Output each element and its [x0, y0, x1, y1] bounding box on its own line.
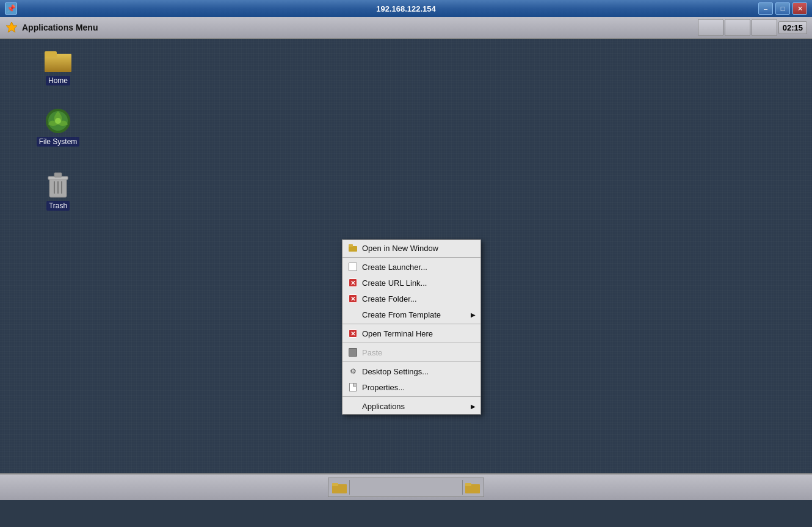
bottom-folder-right[interactable]	[464, 479, 481, 495]
desktop-icon-trash[interactable]: Trash	[34, 170, 82, 211]
create-launcher-icon	[347, 261, 358, 272]
desktop[interactable]: Home File System Trash	[0, 39, 812, 500]
taskbar-btn-1[interactable]	[698, 19, 723, 36]
trash-icon-label: Trash	[46, 201, 70, 211]
menu-item-create-from-template[interactable]: Create From Template ▶	[343, 307, 480, 322]
menu-item-create-folder[interactable]: ✕ Create Folder...	[343, 291, 480, 307]
separator-2	[343, 324, 480, 324]
window-controls: – □ ✕	[758, 2, 807, 15]
create-from-template-arrow: ▶	[471, 311, 476, 318]
menu-item-create-url-link-label: Create URL Link...	[362, 278, 476, 288]
bottom-separator-left	[349, 480, 350, 495]
svg-rect-3	[45, 51, 57, 57]
paste-icon	[347, 347, 358, 358]
svg-point-6	[55, 118, 61, 124]
menu-item-create-folder-label: Create Folder...	[362, 294, 476, 303]
desktop-icon-home[interactable]: Home	[34, 45, 82, 85]
title-bar: 📌 192.168.122.154 – □ ✕	[0, 0, 812, 17]
taskbar: Applications Menu 02:15	[0, 17, 812, 39]
create-folder-icon: ✕	[347, 293, 358, 304]
menu-item-open-new-window-label: Open in New Window	[362, 244, 476, 253]
taskbar-btn-2[interactable]	[725, 19, 750, 36]
svg-rect-9	[54, 173, 62, 177]
separator-1	[343, 257, 480, 258]
menu-item-create-launcher-label: Create Launcher...	[362, 263, 476, 272]
open-folder-icon	[347, 242, 358, 253]
context-menu: Open in New Window Create Launcher... ✕ …	[342, 239, 481, 415]
menu-item-properties-label: Properties...	[362, 383, 476, 392]
home-icon-label: Home	[46, 76, 70, 85]
maximize-button[interactable]: □	[775, 2, 790, 15]
properties-icon	[347, 382, 358, 393]
taskbar-logo	[5, 21, 18, 34]
trash-icon	[43, 170, 73, 200]
title-bar-ip: 192.168.122.154	[376, 4, 436, 13]
menu-item-applications[interactable]: Applications ▶	[343, 398, 480, 414]
terminal-icon: ✕	[347, 328, 358, 339]
create-url-link-icon: ✕	[347, 277, 358, 288]
menu-item-open-terminal[interactable]: ✕ Open Terminal Here	[343, 325, 480, 341]
taskbar-clock: 02:15	[778, 21, 807, 34]
applications-arrow: ▶	[471, 403, 476, 410]
taskbar-title[interactable]: Applications Menu	[22, 23, 698, 32]
pin-button[interactable]: 📌	[5, 2, 17, 15]
menu-item-open-terminal-label: Open Terminal Here	[362, 329, 476, 338]
svg-rect-14	[332, 483, 338, 486]
menu-item-create-launcher[interactable]: Create Launcher...	[343, 259, 480, 275]
menu-item-open-new-window[interactable]: Open in New Window	[343, 240, 480, 256]
bottom-separator-right	[462, 480, 463, 495]
menu-item-paste: Paste	[343, 344, 480, 360]
menu-item-properties[interactable]: Properties...	[343, 379, 480, 395]
create-from-template-icon	[347, 309, 358, 320]
applications-icon	[347, 401, 358, 412]
menu-item-desktop-settings-label: Desktop Settings...	[362, 367, 476, 376]
menu-item-create-url-link[interactable]: ✕ Create URL Link...	[343, 275, 480, 291]
menu-item-desktop-settings[interactable]: ⚙ Desktop Settings...	[343, 363, 480, 379]
bottom-folder-left[interactable]	[331, 479, 348, 495]
filesystem-icon-label: File System	[37, 137, 80, 147]
bottom-bar-inner	[328, 478, 484, 497]
bottom-taskbar	[0, 473, 812, 500]
menu-item-applications-label: Applications	[362, 402, 468, 411]
svg-rect-16	[465, 483, 471, 486]
svg-marker-0	[6, 22, 17, 32]
taskbar-right: 02:15	[698, 19, 807, 36]
home-folder-icon	[43, 45, 73, 75]
separator-5	[343, 396, 480, 397]
menu-item-create-from-template-label: Create From Template	[362, 310, 468, 319]
close-button[interactable]: ✕	[792, 2, 807, 15]
taskbar-btn-3[interactable]	[752, 19, 777, 36]
separator-4	[343, 362, 480, 362]
separator-3	[343, 343, 480, 343]
gear-icon: ⚙	[350, 367, 357, 376]
desktop-settings-icon: ⚙	[347, 366, 358, 377]
desktop-icon-filesystem[interactable]: File System	[34, 106, 82, 147]
minimize-button[interactable]: –	[758, 2, 773, 15]
menu-item-paste-label: Paste	[362, 348, 476, 357]
filesystem-icon	[43, 106, 73, 136]
